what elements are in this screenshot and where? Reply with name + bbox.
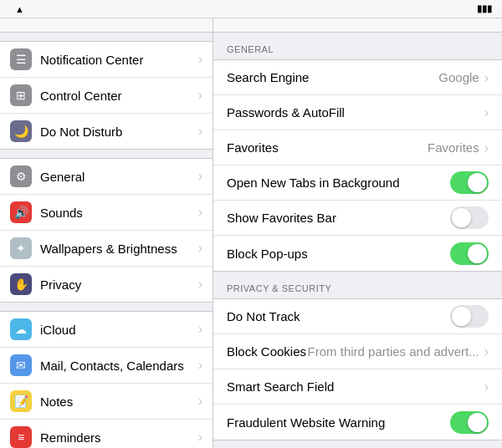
wifi-icon: ▲ xyxy=(15,4,24,14)
notes-chevron-icon: › xyxy=(198,394,202,409)
settings-group-general: Search EngineGoogle›Passwords & AutoFill… xyxy=(213,59,502,272)
privacy-chevron-icon: › xyxy=(198,277,202,292)
row-label-do-not-track: Do Not Track xyxy=(227,309,450,323)
row-chevron-search-engine: › xyxy=(484,70,489,85)
row-chevron-block-cookies: › xyxy=(484,344,489,359)
reminders-chevron-icon: › xyxy=(198,430,202,445)
privacy-label: Privacy xyxy=(40,277,81,292)
privacy-icon: ✋ xyxy=(10,273,32,295)
do-not-disturb-label: Do Not Disturb xyxy=(40,125,122,139)
row-label-fraudulent-warning: Fraudulent Website Warning xyxy=(227,415,450,430)
sidebar-item-notification-center[interactable]: ☰Notification Center› xyxy=(0,42,213,78)
toggle-thumb-block-popups xyxy=(468,244,487,263)
toggle-show-favorites-bar[interactable] xyxy=(450,206,489,229)
notification-center-label: Notification Center xyxy=(40,53,143,67)
row-value-block-cookies: From third parties and advert... xyxy=(308,344,479,359)
row-passwords[interactable]: Passwords & AutoFill› xyxy=(213,95,502,130)
row-label-favorites: Favorites xyxy=(227,140,428,155)
row-label-passwords: Passwords & AutoFill xyxy=(227,105,484,120)
row-label-block-cookies: Block Cookies xyxy=(227,344,308,359)
sounds-label: Sounds xyxy=(40,206,83,220)
content-title xyxy=(213,18,502,33)
toggle-thumb-fraudulent-warning xyxy=(468,413,487,432)
toggle-thumb-open-new-tabs xyxy=(468,173,487,192)
sidebar-group-1: ⚙General›🔊Sounds›✦Wallpapers & Brightnes… xyxy=(0,158,213,303)
toggle-block-popups[interactable] xyxy=(450,242,489,265)
wallpapers-icon: ✦ xyxy=(10,237,32,259)
mail-label: Mail, Contacts, Calendars xyxy=(40,359,184,373)
section-title-privacy: PRIVACY & SECURITY xyxy=(213,272,502,298)
control-center-chevron-icon: › xyxy=(198,88,202,103)
notes-label: Notes xyxy=(40,395,73,409)
row-show-favorites-bar[interactable]: Show Favorites Bar xyxy=(213,201,502,236)
general-label: General xyxy=(40,170,85,184)
do-not-disturb-chevron-icon: › xyxy=(198,124,202,139)
general-chevron-icon: › xyxy=(198,169,202,184)
row-search-engine[interactable]: Search EngineGoogle› xyxy=(213,60,502,95)
icloud-label: iCloud xyxy=(40,323,76,337)
status-left: ▲ xyxy=(10,4,24,14)
notification-center-chevron-icon: › xyxy=(198,52,202,67)
content-sections: GENERALSearch EngineGoogle›Passwords & A… xyxy=(213,33,502,448)
row-label-smart-search: Smart Search Field xyxy=(227,379,484,394)
row-label-show-favorites-bar: Show Favorites Bar xyxy=(227,211,450,225)
sounds-chevron-icon: › xyxy=(198,205,202,220)
row-value-search-engine: Google xyxy=(438,70,479,84)
general-icon: ⚙ xyxy=(10,165,32,187)
row-chevron-passwords: › xyxy=(484,105,489,120)
row-chevron-smart-search: › xyxy=(484,379,489,395)
row-block-cookies[interactable]: Block CookiesFrom third parties and adve… xyxy=(213,334,502,369)
sidebar-item-control-center[interactable]: ⊞Control Center› xyxy=(0,78,213,114)
row-label-block-popups: Block Pop-ups xyxy=(227,247,450,261)
control-center-icon: ⊞ xyxy=(10,84,32,106)
sidebar: ☰Notification Center›⊞Control Center›🌙Do… xyxy=(0,18,213,448)
toggle-do-not-track[interactable] xyxy=(450,305,489,328)
sidebar-item-notes[interactable]: 📝Notes› xyxy=(0,384,213,420)
do-not-disturb-icon: 🌙 xyxy=(10,120,32,142)
sidebar-item-sounds[interactable]: 🔊Sounds› xyxy=(0,195,213,231)
row-fraudulent-warning[interactable]: Fraudulent Website Warning xyxy=(213,405,502,440)
sidebar-group-2: ☁iCloud›✉Mail, Contacts, Calendars›📝Note… xyxy=(0,311,213,448)
sounds-icon: 🔊 xyxy=(10,201,32,223)
toggle-fraudulent-warning[interactable] xyxy=(450,411,489,434)
reminders-label: Reminders xyxy=(40,430,101,445)
row-do-not-track[interactable]: Do Not Track xyxy=(213,299,502,334)
sidebar-item-mail[interactable]: ✉Mail, Contacts, Calendars› xyxy=(0,348,213,384)
sidebar-item-general[interactable]: ⚙General› xyxy=(0,159,213,195)
sidebar-item-privacy[interactable]: ✋Privacy› xyxy=(0,267,213,302)
row-open-new-tabs[interactable]: Open New Tabs in Background xyxy=(213,165,502,201)
control-center-label: Control Center xyxy=(40,89,122,103)
wallpapers-label: Wallpapers & Brightness xyxy=(40,242,177,256)
reminders-icon: ≡ xyxy=(10,426,32,448)
settings-group-privacy: Do Not TrackBlock CookiesFrom third part… xyxy=(213,298,502,440)
sidebar-group-0: ☰Notification Center›⊞Control Center›🌙Do… xyxy=(0,41,213,150)
sidebar-title xyxy=(0,18,213,33)
content-panel: GENERALSearch EngineGoogle›Passwords & A… xyxy=(213,18,502,448)
sidebar-item-do-not-disturb[interactable]: 🌙Do Not Disturb› xyxy=(0,114,213,149)
icloud-chevron-icon: › xyxy=(198,322,202,337)
row-smart-search[interactable]: Smart Search Field› xyxy=(213,369,502,405)
toggle-thumb-show-favorites-bar xyxy=(452,208,471,227)
wallpapers-chevron-icon: › xyxy=(198,241,202,256)
notes-icon: 📝 xyxy=(10,390,32,412)
row-label-open-new-tabs: Open New Tabs in Background xyxy=(227,176,450,190)
section-title-general: GENERAL xyxy=(213,33,502,59)
main-container: ☰Notification Center›⊞Control Center›🌙Do… xyxy=(0,18,502,448)
mail-chevron-icon: › xyxy=(198,358,202,373)
privacy-link[interactable]: More about Safari and privacy... xyxy=(213,440,502,448)
sidebar-item-icloud[interactable]: ☁iCloud› xyxy=(0,312,213,348)
battery-icon: ▮▮▮ xyxy=(477,3,492,14)
row-favorites[interactable]: FavoritesFavorites› xyxy=(213,130,502,165)
notification-center-icon: ☰ xyxy=(10,48,32,70)
sidebar-item-reminders[interactable]: ≡Reminders› xyxy=(0,420,213,448)
row-label-search-engine: Search Engine xyxy=(227,70,438,84)
icloud-icon: ☁ xyxy=(10,318,32,340)
row-block-popups[interactable]: Block Pop-ups xyxy=(213,236,502,271)
status-right: ▮▮▮ xyxy=(474,3,492,14)
mail-icon: ✉ xyxy=(10,354,32,376)
toggle-thumb-do-not-track xyxy=(452,307,471,326)
toggle-open-new-tabs[interactable] xyxy=(450,171,489,194)
sidebar-item-wallpapers[interactable]: ✦Wallpapers & Brightness› xyxy=(0,231,213,267)
row-value-favorites: Favorites xyxy=(428,140,479,155)
status-bar: ▲ ▮▮▮ xyxy=(0,0,502,18)
